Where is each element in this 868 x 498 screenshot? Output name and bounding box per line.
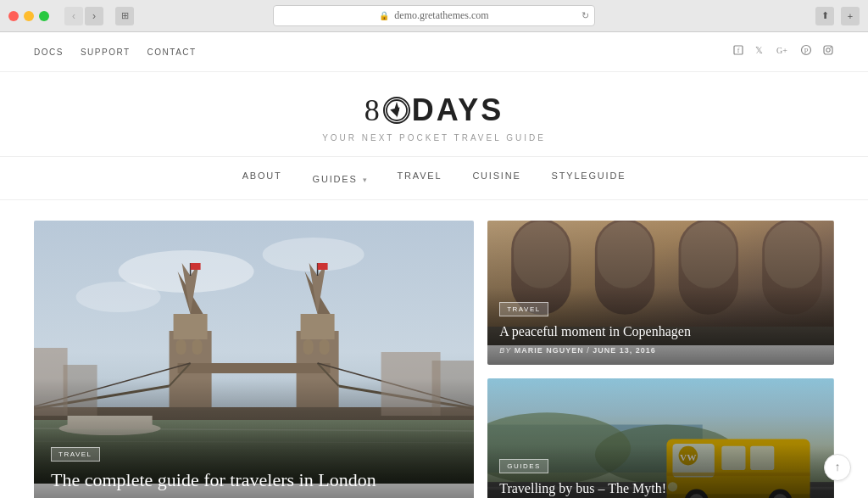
side-post-date-0: JUNE 13, 2016 [593,346,656,355]
lock-icon: 🔒 [379,11,389,20]
svg-marker-11 [394,110,399,119]
maximize-button[interactable] [39,11,49,21]
twitter-icon[interactable]: 𝕏 [754,44,766,59]
logo-compass-icon [383,97,410,124]
share-button[interactable]: ⬆ [815,7,834,25]
side-post-meta-0: by MARIE NGUYEN / JUNE 13, 2016 [499,346,822,355]
featured-post-title: The complete guide for travelers in Lond… [51,468,457,493]
nav-contact[interactable]: CONTACT [147,48,197,57]
svg-text:f: f [737,47,740,54]
side-post-title-0: A peaceful moment in Copenhagen [499,323,822,341]
side-post-overlay-bus: GUIDES Travelling by bus – The Myth! by … [487,445,834,498]
svg-text:P: P [804,47,808,55]
svg-text:𝕏: 𝕏 [755,45,763,55]
content-area: TRAVEL The complete guide for travelers … [0,200,868,498]
svg-point-8 [830,47,832,48]
window-controls [8,11,49,21]
featured-overlay: TRAVEL The complete guide for travelers … [34,428,474,498]
svg-point-7 [826,48,830,52]
scroll-up-icon: ↑ [835,461,841,474]
top-bar: DOCS SUPPORT CONTACT f 𝕏 G+ P [0,32,868,72]
main-nav: ABOUT GUIDES TRAVEL CUISINE STYLEGUIDE [0,157,868,200]
back-button[interactable]: ‹ [64,7,83,25]
nav-cuisine[interactable]: CUISINE [472,171,520,186]
window-chrome: ‹ › ⊞ 🔒 demo.gretathemes.com ↻ ⬆ + [0,0,868,32]
url-text: demo.gretathemes.com [394,9,488,22]
window-actions: ⬆ + [815,7,860,25]
refresh-icon[interactable]: ↻ [581,10,589,21]
googleplus-icon[interactable]: G+ [776,44,790,59]
nav-support[interactable]: SUPPORT [81,48,131,57]
svg-marker-10 [394,102,399,114]
side-post-overlay-copenhagen: TRAVEL A peaceful moment in Copenhagen b… [487,288,834,365]
featured-post[interactable]: TRAVEL The complete guide for travelers … [34,221,474,498]
browser-nav-arrows: ‹ › [64,7,103,25]
nav-travel[interactable]: TRAVEL [398,171,442,186]
nav-about[interactable]: ABOUT [242,171,282,186]
site-header: 8 DAYS YOUR NEXT POCKET TRAVEL GUIDE [0,72,868,157]
nav-guides-label: GUIDES [313,174,358,184]
featured-post-tag: TRAVEL [51,447,100,462]
social-icons: f 𝕏 G+ P [732,44,834,59]
address-bar-container: 🔒 demo.gretathemes.com ↻ [273,5,595,26]
side-post-copenhagen[interactable]: TRAVEL A peaceful moment in Copenhagen b… [487,221,834,365]
pinterest-icon[interactable]: P [800,44,812,59]
forward-button[interactable]: › [85,7,103,25]
site-tagline: YOUR NEXT POCKET TRAVEL GUIDE [0,133,868,143]
top-nav: DOCS SUPPORT CONTACT [34,48,197,57]
minimize-button[interactable] [24,11,34,21]
instagram-icon[interactable] [822,44,834,59]
nav-docs[interactable]: DOCS [34,48,64,57]
scroll-to-top-button[interactable]: ↑ [824,454,851,481]
side-posts: TRAVEL A peaceful moment in Copenhagen b… [474,221,834,498]
side-post-bus[interactable]: VW GU [487,378,834,499]
logo-number: 8 [364,92,381,128]
tab-icon[interactable]: ⊞ [115,7,134,25]
address-bar[interactable]: 🔒 demo.gretathemes.com ↻ [273,5,595,26]
new-tab-button[interactable]: + [841,7,860,25]
site-logo: 8 DAYS [0,92,868,128]
side-post-tag-1: GUIDES [499,459,548,473]
nav-styleguide[interactable]: STYLEGUIDE [552,171,626,186]
side-post-tag-0: TRAVEL [499,302,548,316]
close-button[interactable] [8,11,19,21]
nav-guides-dropdown[interactable]: GUIDES [313,171,367,186]
side-post-author-0: MARIE NGUYEN [515,346,584,355]
logo-days: DAYS [412,92,504,128]
site-wrapper: DOCS SUPPORT CONTACT f 𝕏 G+ P 8 [0,32,868,498]
facebook-icon[interactable]: f [732,44,744,59]
svg-text:G+: G+ [776,46,787,55]
side-post-title-1: Travelling by bus – The Myth! [499,480,822,498]
